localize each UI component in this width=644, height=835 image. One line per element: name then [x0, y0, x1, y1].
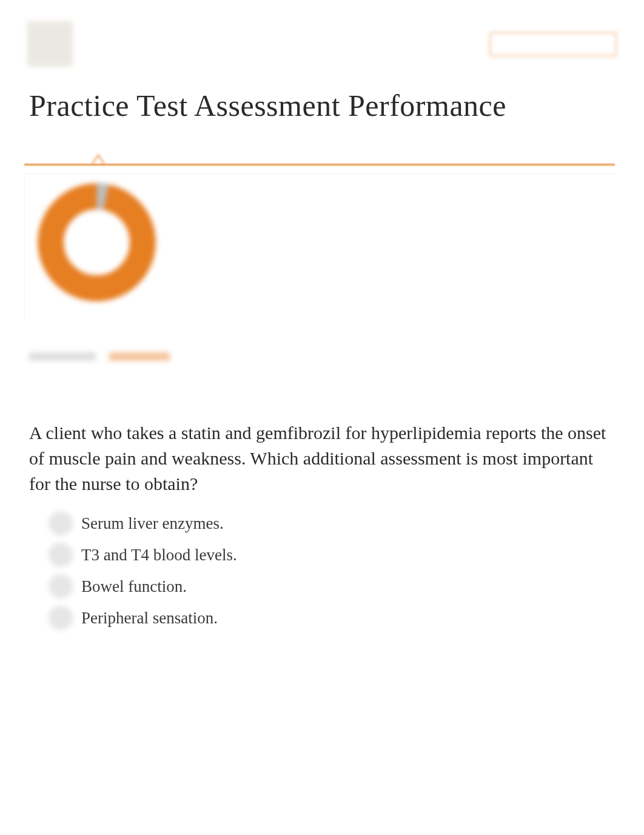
- answer-list: Serum liver enzymes. T3 and T4 blood lev…: [49, 511, 615, 630]
- page-title: Practice Test Assessment Performance: [0, 79, 644, 138]
- answer-label: T3 and T4 blood levels.: [81, 546, 237, 565]
- tab-item[interactable]: [29, 352, 96, 361]
- slider-track-line: [24, 164, 615, 166]
- tabs-bar: [29, 352, 615, 366]
- performance-panel: [24, 150, 615, 319]
- brand-logo: [27, 21, 73, 67]
- donut-chart: [34, 180, 158, 304]
- answer-label: Bowel function.: [81, 577, 187, 596]
- question-block: A client who takes a statin and gemfibro…: [29, 420, 615, 630]
- donut-chart-container: [24, 173, 615, 319]
- radio-icon[interactable]: [49, 574, 73, 599]
- radio-icon[interactable]: [49, 543, 73, 567]
- performance-slider: [24, 150, 615, 169]
- answer-option[interactable]: Serum liver enzymes.: [49, 511, 615, 535]
- radio-icon[interactable]: [49, 606, 73, 630]
- answer-option[interactable]: T3 and T4 blood levels.: [49, 543, 615, 567]
- svg-point-0: [51, 196, 143, 289]
- answer-label: Serum liver enzymes.: [81, 514, 224, 533]
- slider-marker-icon: [89, 150, 107, 169]
- answer-label: Peripheral sensation.: [81, 609, 218, 628]
- question-text: A client who takes a statin and gemfibro…: [29, 420, 615, 497]
- answer-option[interactable]: Peripheral sensation.: [49, 606, 615, 630]
- tab-item-active[interactable]: [109, 352, 170, 361]
- radio-icon[interactable]: [49, 511, 73, 535]
- header: [0, 0, 644, 79]
- answer-option[interactable]: Bowel function.: [49, 574, 615, 599]
- header-action-button[interactable]: [489, 32, 617, 56]
